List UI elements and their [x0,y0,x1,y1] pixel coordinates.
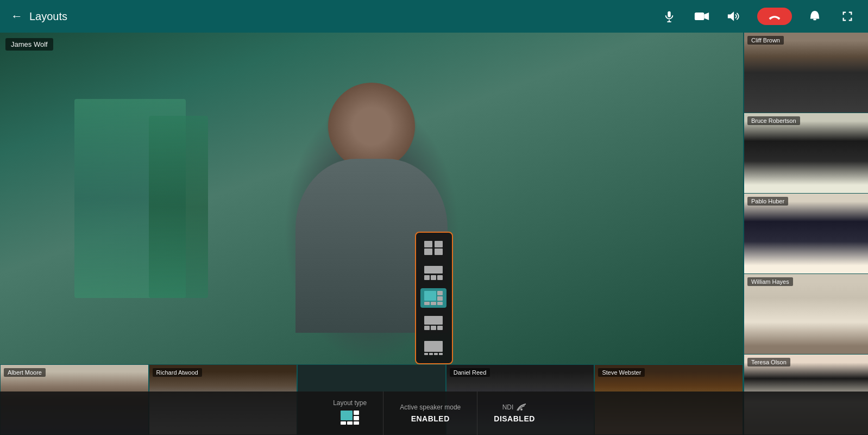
svg-rect-12 [424,275,430,280]
svg-rect-28 [434,353,438,355]
end-call-button[interactable] [757,8,792,25]
page-title: Layouts [29,10,67,23]
back-button[interactable]: ← [11,9,23,23]
layout-option-speaker-row[interactable] [420,313,446,333]
right-thumb-bruce-robertson: Bruce Robertson [744,113,868,194]
right-thumb-william-hayes: William Hayes [744,274,868,355]
svg-rect-27 [429,353,433,355]
center-area: James Wolf Albert Moore Richard Atwood D… [0,33,743,435]
svg-rect-33 [341,421,346,425]
status-bar: Layout type Active speaker mode ENABLED … [0,391,868,435]
svg-rect-21 [424,316,443,325]
volume-icon[interactable] [725,7,744,26]
svg-marker-4 [704,13,709,20]
right-thumb-cliff-brown: Cliff Brown [744,33,868,113]
svg-rect-14 [437,275,443,280]
svg-rect-8 [435,241,443,247]
svg-rect-9 [424,248,432,255]
svg-rect-18 [424,302,430,305]
svg-rect-7 [424,241,432,247]
right-thumb-pablo-label: Pablo Huber [747,197,788,206]
layout-option-grid[interactable] [420,238,446,258]
main-speaker-video: James Wolf [0,33,743,364]
layout-type-label: Layout type [333,399,367,407]
layout-type-section[interactable]: Layout type [317,391,383,435]
svg-rect-22 [424,326,430,330]
microphone-icon[interactable] [659,7,679,26]
svg-rect-19 [431,302,436,305]
svg-rect-20 [437,302,443,305]
svg-rect-30 [341,411,353,420]
svg-rect-10 [435,248,443,255]
thumbnail-steve-label: Steve Webster [598,368,645,377]
thumbnail-daniel-label: Daniel Reed [450,368,490,377]
right-thumb-bruce-bg [744,113,868,193]
layout-picker [415,232,453,364]
right-thumb-bruce-label: Bruce Robertson [747,116,800,125]
active-speaker-section[interactable]: Active speaker mode ENABLED [383,391,477,435]
ndi-value: DISABLED [494,414,535,423]
right-thumb-cliff-bg [744,33,868,113]
right-thumb-pablo-huber: Pablo Huber [744,194,868,274]
ndi-section[interactable]: NDI DISABLED [477,391,551,435]
topbar-left: ← Layouts [11,9,659,23]
svg-rect-29 [439,353,443,355]
layout-type-icon [340,410,360,427]
svg-rect-23 [431,326,436,330]
svg-rect-24 [437,326,443,330]
active-speaker-value: ENABLED [411,414,450,423]
right-thumb-cliff-label: Cliff Brown [747,36,784,45]
thumbnail-albert-label: Albert Moore [4,368,46,377]
bell-icon[interactable] [805,7,825,26]
right-thumb-teresa-label: Teresa Olson [747,358,790,366]
fullscreen-icon[interactable] [838,7,857,26]
svg-rect-34 [347,421,353,425]
camera-icon[interactable] [692,7,712,26]
layout-option-strip[interactable] [420,338,446,358]
svg-rect-11 [424,266,443,274]
svg-rect-25 [424,341,443,352]
right-thumb-william-label: William Hayes [747,277,793,286]
ndi-label-row: NDI [502,403,527,414]
svg-rect-17 [437,296,443,301]
ndi-label: NDI [502,403,514,411]
svg-point-36 [520,408,523,411]
topbar-right [659,7,857,26]
layout-option-focused-grid[interactable] [420,288,446,308]
thumbnail-richard-label: Richard Atwood [153,368,202,377]
svg-rect-26 [424,353,428,355]
right-thumb-pablo-bg [744,194,868,274]
right-panel: Cliff Brown Bruce Robertson Pablo Huber … [743,33,868,435]
main-speaker-label: James Wolf [5,38,53,51]
svg-rect-15 [424,291,436,301]
main-speaker-bg [0,33,743,364]
svg-marker-5 [728,11,734,21]
layout-option-focused-rows[interactable] [420,263,446,283]
topbar: ← Layouts [0,0,868,33]
svg-rect-3 [695,13,705,20]
svg-rect-16 [437,291,443,295]
svg-rect-0 [668,11,671,17]
svg-rect-35 [354,421,359,425]
svg-rect-13 [431,275,436,280]
right-thumb-william-bg [744,274,868,354]
svg-rect-6 [813,19,816,21]
svg-rect-31 [354,411,359,415]
svg-rect-32 [354,416,359,420]
active-speaker-label: Active speaker mode [400,403,461,411]
